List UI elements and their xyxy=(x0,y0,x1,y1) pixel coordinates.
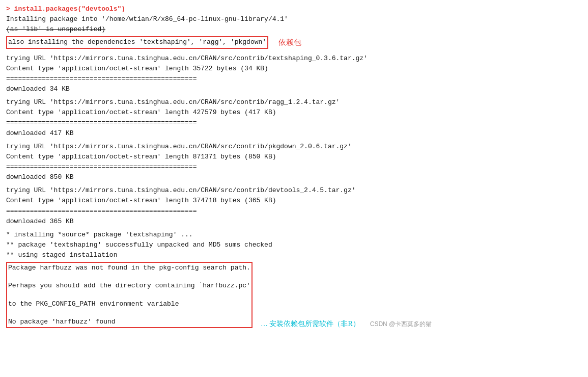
also-installing-line: also installing the dependencies 'textsh… xyxy=(8,37,266,47)
error-line-4: No package 'harfbuzz' found xyxy=(8,317,250,327)
try-url-pkgdown: trying URL 'https://mirrors.tuna.tsinghu… xyxy=(6,142,352,152)
error-line-1: Package harfbuzz was not found in the pk… xyxy=(8,263,250,273)
csdn-watermark: CSDN @卡西莫多的猫 xyxy=(370,320,432,329)
try-url-devtools: trying URL 'https://mirrors.tuna.tsinghu… xyxy=(6,185,356,196)
output-line-1: Installing package into '/home/wtian/R/x… xyxy=(6,14,288,24)
try-url-ragg: trying URL 'https://mirrors.tuna.tsinghu… xyxy=(6,97,340,107)
try-url-textshaping: trying URL 'https://mirrors.tuna.tsinghu… xyxy=(6,53,368,64)
separator-3: ========================================… xyxy=(6,162,197,172)
error-line-3: to the PKG_CONFIG_PATH environment varia… xyxy=(8,299,250,309)
downloaded-417: downloaded 417 KB xyxy=(6,128,74,139)
downloaded-850: downloaded 850 KB xyxy=(6,172,74,182)
dependency-annotation: 依赖包 xyxy=(278,38,301,47)
separator-2: ========================================… xyxy=(6,118,197,128)
package-unpacked: ** package 'textshaping' successfully un… xyxy=(6,240,272,250)
content-type-devtools: Content type 'application/octet-stream' … xyxy=(6,196,276,206)
separator-4: ========================================… xyxy=(6,206,197,217)
content-type-textshaping: Content type 'application/octet-stream' … xyxy=(6,64,268,74)
installing-source: * installing *source* package 'textshapi… xyxy=(6,230,193,240)
separator-1: ========================================… xyxy=(6,74,197,84)
dependency-highlight-box: also installing the dependencies 'textsh… xyxy=(6,36,268,48)
downloaded-365: downloaded 365 KB xyxy=(6,217,74,227)
downloaded-34: downloaded 34 KB xyxy=(6,84,70,94)
content-type-pkgdown: Content type 'application/octet-stream' … xyxy=(6,152,276,162)
output-line-2: (as 'lib' is unspecified) xyxy=(6,24,105,35)
content-type-ragg: Content type 'application/octet-stream' … xyxy=(6,107,276,118)
error-line-2: Perhaps you should add the directory con… xyxy=(8,281,250,291)
error-highlight-box: Package harfbuzz was not found in the pk… xyxy=(6,262,253,328)
terminal-container: > install.packages("devtools") Installin… xyxy=(0,0,588,377)
prompt-line: > install.packages("devtools") xyxy=(6,4,125,14)
staged-installation: ** using staged installation xyxy=(6,250,117,260)
non-r-annotation: … 安装依赖包所需软件（非R） xyxy=(261,319,360,329)
